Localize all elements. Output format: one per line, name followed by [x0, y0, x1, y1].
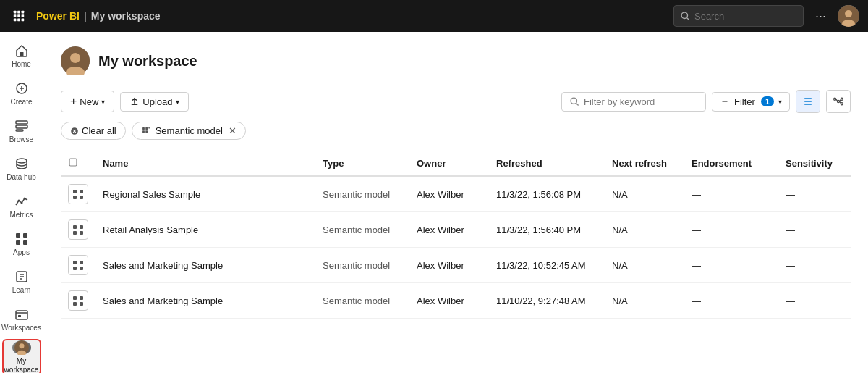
row-endorsement-3: —	[684, 283, 778, 319]
svg-rect-20	[16, 130, 23, 131]
topbar-search-input[interactable]	[694, 11, 781, 22]
learn-icon	[14, 269, 29, 284]
row-icon-cell-2	[61, 248, 95, 283]
row-sensitivity-1: —	[778, 212, 851, 248]
row-name-0[interactable]: Regional Sales Sample	[95, 176, 315, 212]
item-icon-3	[68, 290, 88, 311]
sidebar-item-datahub[interactable]: Data hub	[2, 151, 41, 187]
col-next-refresh-header[interactable]: Next refresh	[605, 151, 684, 176]
semantic-model-tag[interactable]: Semantic model ✕	[132, 122, 246, 140]
svg-rect-33	[16, 311, 27, 319]
new-chevron-icon: ▾	[101, 98, 105, 106]
row-type-3: Semantic model	[315, 283, 409, 319]
semantic-model-tag-label: Semantic model	[156, 125, 223, 136]
svg-rect-26	[23, 233, 27, 238]
table-row: Sales and Marketing Sample Semantic mode…	[61, 283, 851, 319]
upload-button[interactable]: Upload ▾	[120, 92, 188, 112]
svg-point-39	[70, 53, 80, 63]
row-owner-1: Alex Wilber	[409, 212, 489, 248]
row-icon-cell-1	[61, 212, 95, 248]
workspace-avatar	[61, 46, 90, 75]
toolbar: + New ▾ Upload ▾	[61, 90, 851, 113]
workspace-header: My workspace	[61, 46, 851, 75]
sidebar-item-home[interactable]: Home	[2, 38, 41, 74]
svg-rect-19	[16, 125, 27, 128]
col-owner-header[interactable]: Owner	[409, 151, 489, 176]
sidebar-item-create[interactable]: Create	[2, 75, 41, 112]
row-next-refresh-1: N/A	[605, 212, 684, 248]
sidebar-item-my-workspace[interactable]: Myworkspace	[2, 339, 41, 373]
row-type-0: Semantic model	[315, 176, 409, 212]
new-button[interactable]: + New ▾	[61, 91, 114, 112]
col-type-header[interactable]: Type	[315, 151, 409, 176]
dots-grid-2	[73, 261, 83, 270]
svg-rect-6	[14, 19, 17, 22]
svg-point-23	[20, 201, 22, 204]
row-owner-0: Alex Wilber	[409, 176, 489, 212]
filter-tags: Clear all Semantic model ✕	[61, 122, 851, 140]
row-type-2: Semantic model	[315, 248, 409, 283]
sidebar-datahub-label: Data hub	[7, 173, 36, 182]
keyword-filter[interactable]	[561, 92, 706, 112]
filter-count: 1	[760, 96, 774, 106]
workspaces-icon	[14, 307, 29, 322]
upload-chevron-icon: ▾	[176, 98, 179, 106]
sidebar-metrics-label: Metrics	[9, 211, 33, 219]
list-view-icon	[802, 96, 814, 107]
col-endorsement-header[interactable]: Endorsement	[684, 151, 778, 176]
svg-rect-2	[22, 11, 25, 14]
row-refreshed-1: 11/3/22, 1:56:40 PM	[489, 212, 605, 248]
svg-rect-5	[22, 14, 25, 17]
select-all-icon	[68, 157, 78, 167]
sidebar: Home Create Browse Data hu	[0, 32, 43, 373]
svg-point-49	[834, 98, 836, 100]
sidebar-item-metrics[interactable]: Metrics	[2, 188, 41, 225]
row-sensitivity-3: —	[778, 283, 851, 319]
more-options[interactable]: ···	[811, 6, 830, 27]
create-icon	[14, 81, 29, 96]
row-icon-cell-3	[61, 283, 95, 319]
clear-all-button[interactable]: Clear all	[61, 122, 126, 140]
filter-button[interactable]: Filter 1 ▾	[712, 92, 790, 112]
svg-line-53	[836, 99, 838, 101]
svg-point-24	[23, 197, 25, 199]
filter-badge: 1	[761, 96, 774, 106]
sidebar-item-browse[interactable]: Browse	[2, 113, 41, 149]
row-name-3[interactable]: Sales and Marketing Sample	[95, 283, 315, 319]
items-table: Name Type Owner Refreshed Next refresh E…	[61, 151, 851, 319]
item-icon-0	[68, 184, 88, 204]
svg-rect-61	[145, 127, 148, 130]
home-icon	[14, 43, 29, 58]
waffle-menu[interactable]	[9, 6, 29, 26]
svg-point-9	[681, 12, 687, 18]
new-plus-icon: +	[70, 95, 77, 108]
sidebar-item-learn[interactable]: Learn	[2, 264, 41, 300]
row-name-1[interactable]: Retail Analysis Sample	[95, 212, 315, 248]
svg-rect-0	[14, 11, 17, 14]
remove-semantic-model-tag[interactable]: ✕	[229, 125, 237, 136]
col-sensitivity-header[interactable]: Sensitivity	[778, 151, 851, 176]
lineage-view-icon	[833, 96, 844, 107]
list-view-button[interactable]	[796, 90, 820, 113]
svg-rect-62	[145, 130, 148, 133]
svg-rect-60	[142, 130, 145, 133]
new-label: New	[80, 96, 98, 107]
lineage-view-button[interactable]	[826, 90, 851, 113]
data-hub-icon	[14, 156, 29, 171]
keyword-input[interactable]	[584, 96, 685, 107]
table-row: Retail Analysis Sample Semantic model Al…	[61, 212, 851, 248]
row-name-2[interactable]: Sales and Marketing Sample	[95, 248, 315, 283]
table-row: Sales and Marketing Sample Semantic mode…	[61, 248, 851, 283]
user-avatar[interactable]	[838, 5, 859, 27]
col-name-header[interactable]: Name	[95, 151, 315, 176]
col-refreshed-header[interactable]: Refreshed	[489, 151, 605, 176]
svg-line-55	[840, 101, 841, 103]
my-workspace-avatar	[12, 340, 31, 355]
topbar-search-box[interactable]	[673, 5, 804, 27]
row-next-refresh-0: N/A	[605, 176, 684, 212]
row-owner-3: Alex Wilber	[409, 283, 489, 319]
sidebar-item-apps[interactable]: Apps	[2, 226, 41, 262]
sidebar-item-workspaces[interactable]: Workspaces	[2, 301, 41, 338]
workspace-title: My workspace	[98, 53, 197, 70]
upload-label: Upload	[142, 96, 172, 107]
